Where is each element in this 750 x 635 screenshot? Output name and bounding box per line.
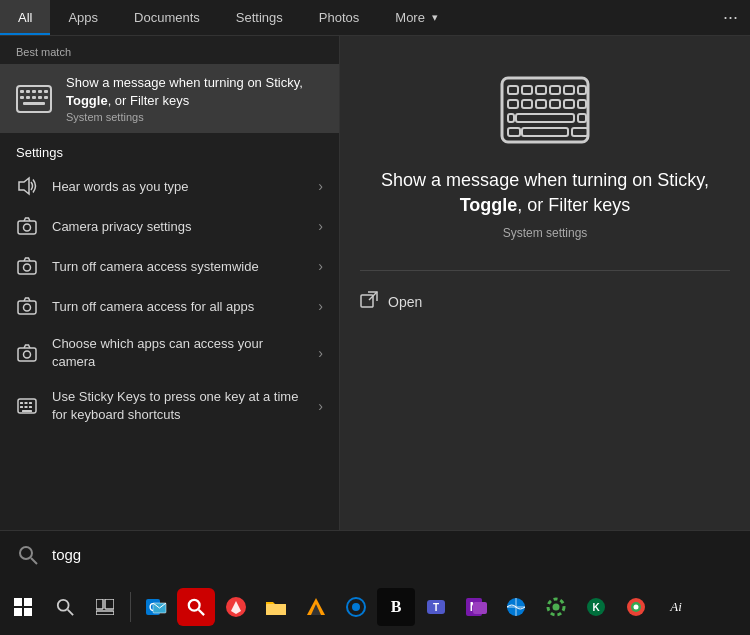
taskbar-kaspersky-icon[interactable]: K [577, 588, 615, 626]
taskbar-onenote-icon[interactable]: N [457, 588, 495, 626]
svg-rect-41 [578, 100, 586, 108]
nav-tab-more[interactable]: More ▾ [377, 0, 456, 35]
hear-words-label: Hear words as you type [52, 178, 304, 196]
settings-item-hear-words[interactable]: Hear words as you type › [0, 166, 339, 206]
taskbar-vlc-icon[interactable] [297, 588, 335, 626]
svg-rect-44 [578, 114, 586, 122]
svg-point-18 [24, 304, 31, 311]
svg-rect-39 [550, 100, 560, 108]
settings-item-camera-privacy[interactable]: Camera privacy settings › [0, 206, 339, 246]
taskbar-photos-icon[interactable] [337, 588, 375, 626]
svg-rect-72 [473, 602, 487, 614]
svg-rect-38 [536, 100, 546, 108]
svg-rect-17 [18, 301, 36, 314]
svg-rect-9 [38, 96, 42, 99]
chevron-right-icon: › [318, 218, 323, 234]
svg-rect-45 [522, 128, 568, 136]
svg-rect-23 [25, 402, 28, 404]
nav-tab-documents[interactable]: Documents [116, 0, 218, 35]
chevron-right-icon: › [318, 398, 323, 414]
svg-rect-34 [564, 86, 574, 94]
svg-rect-43 [508, 114, 514, 122]
result-title: Show a message when turning on Sticky, T… [360, 168, 730, 218]
settings-section-label: Settings [0, 133, 339, 166]
camera-icon [16, 342, 38, 364]
speaker-icon [16, 175, 38, 197]
settings-item-turn-off-systemwide[interactable]: Turn off camera access systemwide › [0, 246, 339, 286]
svg-text:K: K [592, 602, 600, 613]
svg-rect-3 [32, 90, 36, 93]
nav-tab-all[interactable]: All [0, 0, 50, 35]
settings-item-turn-off-all-apps[interactable]: Turn off camera access for all apps › [0, 286, 339, 326]
choose-apps-label: Choose which apps can access your camera [52, 335, 304, 370]
keyboard-icon [16, 81, 52, 117]
svg-rect-15 [18, 261, 36, 274]
keyboard-icon [16, 395, 38, 417]
taskbar-outlook-icon[interactable]: O [137, 588, 175, 626]
svg-rect-30 [508, 86, 518, 94]
taskbar-ai-icon[interactable]: Ai [657, 588, 695, 626]
taskbar-vivaldi-icon[interactable] [217, 588, 255, 626]
svg-rect-33 [550, 86, 560, 94]
settings-item-sticky-keys[interactable]: Use Sticky Keys to press one key at a ti… [0, 379, 339, 432]
svg-rect-55 [105, 599, 114, 609]
svg-point-20 [24, 351, 31, 358]
svg-rect-22 [20, 402, 23, 404]
best-match-title: Show a message when turning on Sticky, T… [66, 74, 323, 110]
svg-rect-32 [536, 86, 546, 94]
svg-rect-1 [20, 90, 24, 93]
svg-point-50 [20, 547, 32, 559]
svg-rect-63 [266, 604, 286, 615]
chevron-right-icon: › [318, 258, 323, 274]
svg-rect-27 [29, 406, 32, 408]
svg-line-61 [199, 609, 204, 614]
divider [360, 270, 730, 271]
chevron-right-icon: › [318, 345, 323, 361]
search-input[interactable] [52, 546, 736, 563]
search-icon [56, 598, 74, 616]
svg-line-51 [31, 558, 37, 564]
svg-marker-12 [19, 178, 29, 194]
taskbar-search-app-icon[interactable] [177, 588, 215, 626]
search-icon [14, 541, 42, 569]
camera-privacy-label: Camera privacy settings [52, 218, 304, 236]
taskbar-settings-icon[interactable] [537, 588, 575, 626]
settings-item-choose-apps[interactable]: Choose which apps can access your camera… [0, 326, 339, 379]
open-button[interactable]: Open [360, 291, 422, 313]
svg-point-16 [24, 264, 31, 271]
task-view-button[interactable] [86, 588, 124, 626]
taskbar-divider [130, 592, 131, 622]
chevron-right-icon: › [318, 298, 323, 314]
nav-tab-photos[interactable]: Photos [301, 0, 377, 35]
svg-rect-6 [20, 96, 24, 99]
taskbar-app-g-icon[interactable] [617, 588, 655, 626]
start-button[interactable] [4, 588, 42, 626]
svg-rect-28 [22, 410, 32, 412]
camera-icon [16, 255, 38, 277]
svg-rect-26 [25, 406, 28, 408]
svg-rect-13 [18, 221, 36, 234]
nav-options-button[interactable]: ··· [711, 7, 750, 28]
svg-rect-56 [96, 611, 114, 615]
svg-rect-54 [96, 599, 103, 609]
nav-tab-settings[interactable]: Settings [218, 0, 301, 35]
taskbar-browser-icon[interactable] [497, 588, 535, 626]
svg-point-82 [634, 604, 639, 609]
ai-label: Ai [670, 599, 682, 615]
large-keyboard-icon [500, 76, 590, 144]
left-panel: Best match [0, 36, 340, 581]
taskbar-search-button[interactable] [46, 588, 84, 626]
nav-tab-apps[interactable]: Apps [50, 0, 116, 35]
svg-rect-31 [522, 86, 532, 94]
best-match-item[interactable]: Show a message when turning on Sticky, T… [0, 64, 339, 133]
svg-point-76 [553, 603, 560, 610]
taskbar-teams-icon[interactable]: T [417, 588, 455, 626]
open-label: Open [388, 294, 422, 310]
turn-off-all-apps-label: Turn off camera access for all apps [52, 298, 304, 316]
camera-icon [16, 215, 38, 237]
taskbar-files-icon[interactable] [257, 588, 295, 626]
taskbar-beeper-icon[interactable]: B [377, 588, 415, 626]
svg-rect-4 [38, 90, 42, 93]
svg-rect-42 [516, 114, 574, 122]
turn-off-systemwide-label: Turn off camera access systemwide [52, 258, 304, 276]
